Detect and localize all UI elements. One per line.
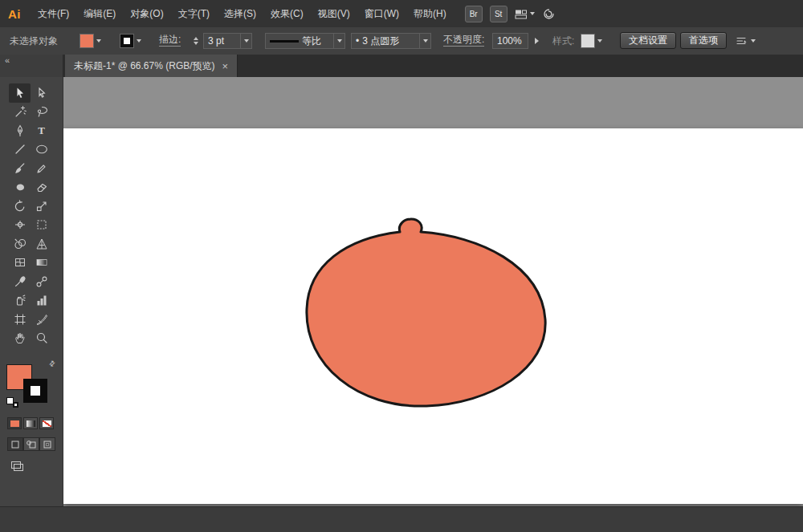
document-tab[interactable]: 未标题-1* @ 66.67% (RGB/预览) × [65,55,238,77]
app-logo[interactable]: Ai [8,7,21,21]
width-profile-chevron[interactable] [334,33,345,49]
menu-select[interactable]: 选择(S) [217,0,263,27]
menu-file[interactable]: 文件(F) [31,0,76,27]
document-tab-bar: « 未标题-1* @ 66.67% (RGB/预览) × [0,55,803,78]
fill-color-dropdown[interactable] [80,33,101,49]
brush-definition-dropdown[interactable]: • 3 点圆形 [351,33,420,49]
brush-bullet: • [356,35,359,47]
eyedropper-tool[interactable] [9,272,31,291]
workspace-switcher[interactable] [515,9,535,19]
default-fill-stroke-icon[interactable] [6,397,18,408]
collapse-panel-button[interactable]: « [5,55,10,65]
stroke-weight-field[interactable]: 3 pt [203,33,241,49]
document-setup-button[interactable]: 文档设置 [620,32,676,49]
menu-edit[interactable]: 编辑(E) [76,0,123,27]
free-transform-tool[interactable] [31,216,52,235]
menu-effect[interactable]: 效果(C) [263,0,311,27]
stroke-panel-link[interactable]: 描边: [159,33,181,47]
width-tool[interactable] [9,216,31,235]
screen-mode-button[interactable] [7,459,26,473]
opacity-expander-button[interactable] [532,33,542,49]
drawing-mode-buttons [7,437,55,451]
width-profile-value: 等比 [302,35,321,48]
artboard-tool[interactable] [9,310,31,329]
rotate-tool[interactable] [9,197,31,216]
column-graph-tool[interactable] [31,291,52,311]
menu-bar: Ai 文件(F) 编辑(E) 对象(O) 文字(T) 选择(S) 效果(C) 视… [0,0,803,28]
draw-behind-button[interactable] [23,437,39,451]
opacity-field[interactable]: 100% [492,33,528,49]
stroke-color-dropdown[interactable] [120,33,141,49]
stroke-color-swatch[interactable] [120,35,133,47]
color-button[interactable] [7,417,22,429]
tools-panel: T [0,77,63,507]
stepper-down-icon[interactable] [194,42,198,45]
selection-tool[interactable] [9,83,31,103]
tools-panel-header: « [0,55,63,77]
menu-object[interactable]: 对象(O) [123,0,170,27]
swap-fill-stroke-icon[interactable]: ⇄ [47,359,57,368]
type-tool[interactable]: T [31,121,52,140]
gradient-tool[interactable] [31,254,52,273]
opacity-value: 100% [497,35,522,47]
chevron-down-icon [244,39,249,43]
style-dropdown[interactable] [581,33,602,49]
gradient-button[interactable] [23,417,38,429]
menu-help[interactable]: 帮助(H) [406,0,454,27]
eraser-tool[interactable] [31,178,52,197]
sync-icon[interactable] [542,7,556,21]
preferences-button[interactable]: 首选项 [680,32,727,49]
width-profile-dropdown[interactable]: 等比 [265,33,334,49]
line-segment-tool[interactable] [9,140,31,160]
menu-window[interactable]: 窗口(W) [357,0,406,27]
shape-builder-tool[interactable] [9,234,31,254]
none-button[interactable] [39,417,54,429]
fill-stroke-indicator: ⇄ [6,359,56,409]
magic-wand-tool[interactable] [9,103,31,122]
stroke-weight-dropdown[interactable] [241,33,252,49]
style-label: 样式: [552,33,574,49]
menu-type[interactable]: 文字(T) [171,0,217,27]
stock-button[interactable]: St [490,6,507,22]
symbol-sprayer-tool[interactable] [9,291,31,311]
canvas[interactable] [63,77,803,507]
tab-close-button[interactable]: × [222,61,229,71]
blend-tool[interactable] [31,272,52,291]
pen-tool[interactable] [9,121,31,140]
drawn-shape[interactable] [307,219,545,406]
blob-brush-tool[interactable] [9,178,31,197]
illustrator-window: Ai 文件(F) 编辑(E) 对象(O) 文字(T) 选择(S) 效果(C) 视… [0,0,803,532]
zoom-tool[interactable] [31,329,52,348]
stroke-weight-value: 3 pt [208,35,224,47]
control-bar: 未选择对象 描边: 3 pt 等比 • 3 点圆形 [0,27,803,55]
brush-definition-chevron[interactable] [420,33,431,49]
hand-tool[interactable] [9,329,31,348]
perspective-grid-tool[interactable] [31,234,52,254]
stroke-weight-stepper[interactable] [194,33,198,49]
chevron-down-icon [337,39,342,43]
slice-tool[interactable] [31,310,52,329]
direct-selection-tool[interactable] [31,83,52,103]
draw-normal-button[interactable] [7,437,23,451]
fill-color-swatch[interactable] [80,35,93,47]
menu-view[interactable]: 视图(V) [311,0,357,27]
scale-tool[interactable] [31,197,52,216]
pencil-tool[interactable] [31,159,52,178]
chevron-down-icon [597,39,602,43]
document-tab-title: 未标题-1* @ 66.67% (RGB/预览) [74,59,215,73]
paintbrush-tool[interactable] [9,159,31,178]
chevron-down-icon [751,39,756,43]
lasso-tool[interactable] [31,103,52,122]
stroke-proxy-swatch[interactable] [23,379,47,403]
opacity-panel-link[interactable]: 不透明度: [443,33,484,47]
bridge-button[interactable]: Br [465,6,483,22]
tools-grid: T [9,83,52,347]
style-swatch[interactable] [581,35,594,47]
draw-inside-button[interactable] [39,437,55,451]
default-stroke-mini [13,402,18,408]
ellipse-tool[interactable] [31,140,52,160]
align-options-dropdown[interactable] [736,33,756,49]
stepper-up-icon[interactable] [194,37,198,40]
main-area: T [0,77,803,507]
mesh-tool[interactable] [9,254,31,273]
